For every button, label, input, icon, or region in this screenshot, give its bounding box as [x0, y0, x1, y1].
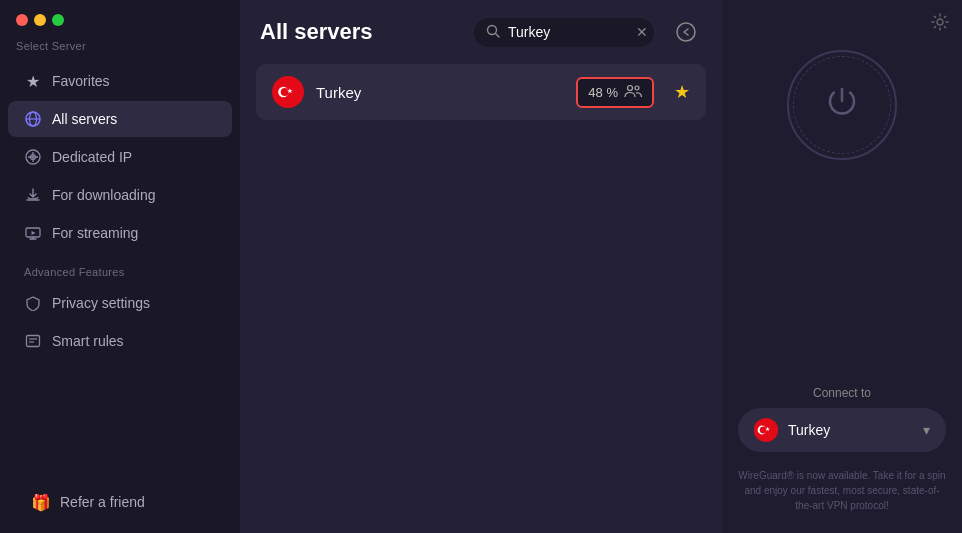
- connect-label: Connect to: [738, 386, 946, 400]
- shield-icon: [24, 294, 42, 312]
- sidebar-item-for-streaming[interactable]: For streaming: [8, 215, 232, 251]
- sidebar-item-label: Favorites: [52, 73, 110, 89]
- main-header: All servers ✕: [240, 0, 722, 64]
- sidebar-item-for-downloading[interactable]: For downloading: [8, 177, 232, 213]
- connect-button[interactable]: Turkey ▾: [738, 408, 946, 452]
- streaming-icon: [24, 224, 42, 242]
- connect-section: Connect to Turkey ▾ WireGuard® is now av…: [738, 386, 946, 513]
- search-icon: [486, 24, 500, 41]
- settings-button[interactable]: [930, 12, 950, 37]
- power-button[interactable]: [787, 50, 897, 160]
- sidebar-item-label: Privacy settings: [52, 295, 150, 311]
- right-panel: Connect to Turkey ▾ WireGuard® is now av…: [722, 0, 962, 533]
- svg-point-19: [937, 19, 943, 25]
- svg-point-12: [677, 23, 695, 41]
- server-load-badge: 48 %: [576, 77, 654, 108]
- maximize-button[interactable]: [52, 14, 64, 26]
- server-name: Turkey: [316, 84, 564, 101]
- server-load-percent: 48 %: [588, 85, 618, 100]
- svg-rect-7: [27, 336, 40, 347]
- power-icon: [824, 83, 860, 127]
- svg-line-11: [496, 33, 500, 37]
- sidebar-item-label: Dedicated IP: [52, 149, 132, 165]
- svg-point-18: [635, 86, 639, 90]
- select-server-label: Select Server: [0, 36, 240, 62]
- smart-rules-icon: [24, 332, 42, 350]
- main-panel: All servers ✕: [240, 0, 722, 533]
- sidebar-item-label: Smart rules: [52, 333, 124, 349]
- advanced-features-label: Advanced Features: [0, 252, 240, 284]
- country-flag: [272, 76, 304, 108]
- sidebar-item-favorites[interactable]: ★ Favorites: [8, 63, 232, 99]
- sidebar-item-label: All servers: [52, 111, 117, 127]
- sidebar-item-label: For streaming: [52, 225, 138, 241]
- sidebar-bottom: 🎁 Refer a friend: [0, 471, 240, 533]
- sidebar-item-label: For downloading: [52, 187, 156, 203]
- svg-point-17: [628, 85, 633, 90]
- minimize-button[interactable]: [34, 14, 46, 26]
- sidebar-item-label: Refer a friend: [60, 494, 145, 510]
- svg-point-22: [760, 427, 767, 434]
- page-title: All servers: [260, 19, 458, 45]
- sidebar-item-smart-rules[interactable]: Smart rules: [8, 323, 232, 359]
- search-bar: ✕: [474, 18, 654, 47]
- sidebar-item-refer-friend[interactable]: 🎁 Refer a friend: [16, 484, 224, 520]
- favorite-star-button[interactable]: ★: [674, 81, 690, 103]
- wireguard-notice: WireGuard® is now available. Take it for…: [738, 468, 946, 513]
- server-list: Turkey 48 % ★: [240, 64, 722, 533]
- star-icon: ★: [24, 72, 42, 90]
- selected-country-name: Turkey: [788, 422, 913, 438]
- back-button[interactable]: [670, 16, 702, 48]
- globe-icon: [24, 110, 42, 128]
- sidebar-item-privacy-settings[interactable]: Privacy settings: [8, 285, 232, 321]
- svg-point-15: [281, 88, 289, 96]
- traffic-lights: [0, 0, 240, 36]
- sidebar-item-dedicated-ip[interactable]: Dedicated IP: [8, 139, 232, 175]
- table-row[interactable]: Turkey 48 % ★: [256, 64, 706, 120]
- search-input[interactable]: [508, 24, 628, 40]
- people-icon: [624, 84, 642, 101]
- download-icon: [24, 186, 42, 204]
- sidebar-item-all-servers[interactable]: All servers: [8, 101, 232, 137]
- gift-icon: 🎁: [32, 493, 50, 511]
- sidebar: Select Server ★ Favorites All servers De…: [0, 0, 240, 533]
- svg-marker-6: [32, 231, 36, 235]
- selected-country-flag: [754, 418, 778, 442]
- dedicated-ip-icon: [24, 148, 42, 166]
- chevron-down-icon: ▾: [923, 422, 930, 438]
- search-clear-button[interactable]: ✕: [636, 25, 648, 39]
- close-button[interactable]: [16, 14, 28, 26]
